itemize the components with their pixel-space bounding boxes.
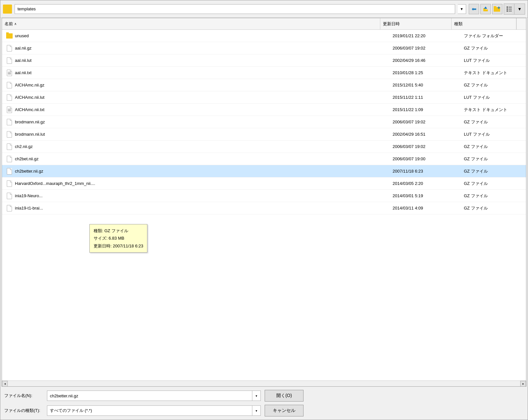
file-modified: 2006/03/07 19:02 (390, 46, 461, 51)
file-type: GZ ファイル (461, 45, 526, 51)
table-row[interactable]: AICHAmc.nii.txt2015/11/22 1:09テキスト ドキュメン… (2, 104, 526, 116)
svg-marker-4 (484, 6, 487, 9)
file-modified: 2014/03/05 2:20 (390, 181, 461, 186)
table-row[interactable]: AICHAmc.nii.gz2015/12/01 5:40GZ ファイル (2, 79, 526, 91)
file-modified: 2006/03/07 19:00 (390, 156, 461, 161)
table-row[interactable]: ch2bet.nii.gz2006/03/07 19:00GZ ファイル (2, 153, 526, 165)
file-icon (6, 57, 13, 64)
filename-label: ファイル名(N): (4, 393, 43, 399)
filetype-row: ファイルの種類(T): ▾ キャンセル (4, 405, 524, 416)
type-column-header[interactable]: 種類 (452, 18, 516, 29)
file-type: GZ ファイル (461, 205, 526, 211)
filetype-input-wrap: ▾ (47, 405, 261, 416)
file-name: AICHAmc.nii.txt (15, 107, 44, 112)
folder-icon (6, 32, 13, 40)
file-name: unused (15, 33, 29, 38)
table-row[interactable]: aal.nii.lut2002/04/29 16:46LUT ファイル (2, 54, 526, 67)
file-type: ファイル フォルダー (461, 33, 526, 39)
filetype-input[interactable] (47, 405, 252, 416)
textfile-icon (6, 69, 13, 76)
svg-rect-6 (494, 6, 496, 8)
file-open-dialog: templates ▾ ⬅ (0, 0, 528, 420)
view-dropdown-btn[interactable]: ▾ (514, 4, 525, 14)
file-modified: 2015/11/22 1:09 (390, 107, 461, 112)
view-toggle-group: ▾ (504, 4, 525, 15)
details-view-btn[interactable] (504, 4, 514, 14)
file-name: ch2bet.nii.gz (15, 156, 39, 161)
file-name: HarvardOxford...mauraph_thr2_1mm_nii.... (15, 181, 95, 186)
file-type: LUT ファイル (461, 131, 526, 137)
table-row[interactable]: inia19-Neuro...2014/03/01 5:19GZ ファイル (2, 190, 526, 202)
file-name: aal.nii.txt (15, 70, 31, 75)
file-modified: 2006/03/07 19:02 (390, 119, 461, 124)
file-modified: 2010/01/28 1:25 (390, 70, 461, 75)
file-type: GZ ファイル (461, 181, 526, 187)
file-icon (6, 205, 13, 212)
file-icon (6, 94, 13, 101)
filename-dropdown-btn[interactable]: ▾ (252, 391, 261, 401)
filename-input[interactable] (47, 391, 252, 401)
file-icon (6, 45, 13, 52)
file-modified: 2015/11/22 1:11 (390, 95, 461, 100)
horizontal-scrollbar[interactable]: ◂ ▸ (2, 380, 526, 386)
textfile-icon (6, 106, 13, 113)
file-modified: 2002/04/29 16:46 (390, 58, 461, 63)
file-type: GZ ファイル (461, 168, 526, 174)
new-folder-button[interactable] (492, 4, 502, 14)
file-type: LUT ファイル (461, 95, 526, 100)
file-name: ch2.nii.gz (15, 144, 33, 149)
column-headers: 名前 ∧ 更新日時 種類 (2, 18, 526, 30)
table-row[interactable]: aal.nii.txt2010/01/28 1:25テキスト ドキュメント (2, 67, 526, 79)
file-name: aal.nii.gz (15, 46, 31, 51)
svg-rect-1 (4, 6, 7, 8)
svg-rect-9 (507, 6, 508, 8)
table-row[interactable]: aal.nii.gz2006/03/07 19:02GZ ファイル (2, 42, 526, 54)
table-row[interactable]: ch2better.nii.gz2007/11/18 6:23GZ ファイル (2, 165, 526, 177)
svg-rect-10 (509, 7, 512, 7)
svg-rect-13 (507, 10, 508, 12)
file-name: aal.nii.lut (15, 58, 31, 63)
table-row[interactable]: AICHAmc.nii.lut2015/11/22 1:11LUT ファイル (2, 91, 526, 104)
file-list-container: 名前 ∧ 更新日時 種類 unused2019/01/21 22:20ファイル … (2, 18, 526, 387)
titlebar: templates ▾ ⬅ (0, 0, 528, 18)
file-modified: 2002/04/29 16:51 (390, 132, 461, 137)
hscroll-left-btn[interactable]: ◂ (2, 381, 8, 387)
table-row[interactable]: inia19-t1-brai...2014/03/11 4:09GZ ファイル (2, 202, 526, 214)
back-button[interactable]: ⬅ (469, 4, 479, 14)
file-modified: 2006/03/07 19:02 (390, 144, 461, 149)
file-list[interactable]: unused2019/01/21 22:20ファイル フォルダーaal.nii.… (2, 30, 526, 380)
up-button[interactable] (480, 4, 491, 14)
file-name: inia19-Neuro... (15, 193, 42, 198)
open-button[interactable]: 開く(O) (265, 390, 304, 402)
filename-input-wrap: ▾ (47, 391, 261, 401)
bottom-bar: ファイル名(N): ▾ 開く(O) ファイルの種類(T): ▾ キャンセル (0, 387, 528, 420)
file-type: テキスト ドキュメント (461, 107, 526, 113)
table-row[interactable]: HarvardOxford...mauraph_thr2_1mm_nii....… (2, 177, 526, 190)
file-name: AICHAmc.nii.lut (15, 95, 44, 100)
file-icon (6, 168, 13, 175)
file-modified: 2014/03/11 4:09 (390, 206, 461, 210)
file-icon (6, 131, 13, 138)
file-type: テキスト ドキュメント (461, 70, 526, 76)
file-type: LUT ファイル (461, 58, 526, 63)
cancel-button[interactable]: キャンセル (265, 405, 304, 416)
filetype-label: ファイルの種類(T): (4, 408, 43, 414)
svg-rect-14 (509, 11, 512, 11)
header-scroll-spacer (516, 18, 522, 29)
file-modified: 2015/12/01 5:40 (390, 83, 461, 87)
file-modified: 2019/01/21 22:20 (390, 33, 461, 38)
table-row[interactable]: brodmann.nii.lut2002/04/29 16:51LUT ファイル (2, 128, 526, 141)
hscroll-right-btn[interactable]: ▸ (520, 381, 526, 387)
name-column-header[interactable]: 名前 ∧ (2, 18, 380, 29)
table-row[interactable]: brodmann.nii.gz2006/03/07 19:02GZ ファイル (2, 116, 526, 128)
path-dropdown-btn[interactable]: ▾ (458, 4, 466, 14)
filetype-dropdown-btn[interactable]: ▾ (252, 405, 261, 416)
file-name: brodmann.nii.gz (15, 119, 45, 124)
file-icon (6, 119, 13, 126)
table-row[interactable]: ch2.nii.gz2006/03/07 19:02GZ ファイル (2, 141, 526, 153)
table-row[interactable]: unused2019/01/21 22:20ファイル フォルダー (2, 30, 526, 42)
modified-column-header[interactable]: 更新日時 (380, 18, 452, 29)
hscroll-track[interactable] (8, 381, 520, 386)
file-type: GZ ファイル (461, 193, 526, 199)
file-name: inia19-t1-brai... (15, 206, 43, 210)
